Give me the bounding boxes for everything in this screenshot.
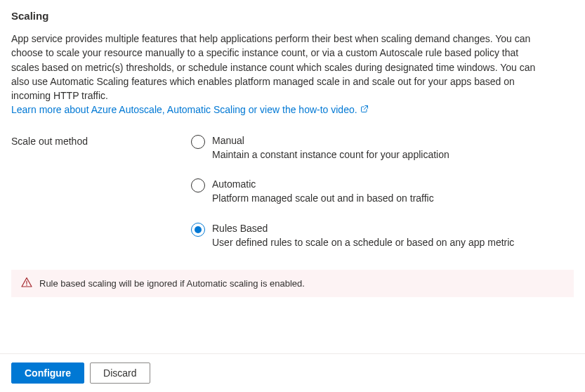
page-title: Scaling xyxy=(11,10,574,22)
svg-point-1 xyxy=(26,285,27,286)
learn-more-link[interactable]: Learn more about Azure Autoscale, Automa… xyxy=(11,103,369,117)
footer-bar: Configure Discard xyxy=(0,353,585,392)
configure-button[interactable]: Configure xyxy=(11,362,84,384)
description-block: App service provides multiple features t… xyxy=(11,32,542,117)
scale-out-method-label: Scale out method xyxy=(11,134,191,147)
radio-option-automatic[interactable]: Automatic Platform managed scale out and… xyxy=(191,178,514,204)
scale-out-method-row: Scale out method Manual Maintain a const… xyxy=(11,134,574,249)
scale-out-radio-group: Manual Maintain a constant instance coun… xyxy=(191,134,514,249)
radio-button-manual[interactable] xyxy=(191,135,205,149)
radio-button-automatic[interactable] xyxy=(191,178,205,192)
description-text: App service provides multiple features t… xyxy=(11,33,535,101)
radio-title-rules-based: Rules Based xyxy=(212,222,514,235)
learn-more-text: Learn more about Azure Autoscale, Automa… xyxy=(11,103,357,117)
radio-button-rules-based[interactable] xyxy=(191,223,205,237)
warning-icon xyxy=(21,277,32,290)
radio-subtitle-automatic: Platform managed scale out and in based … xyxy=(212,192,434,204)
radio-option-rules-based[interactable]: Rules Based User defined rules to scale … xyxy=(191,222,514,249)
radio-title-automatic: Automatic xyxy=(212,178,434,190)
radio-title-manual: Manual xyxy=(212,134,449,147)
radio-option-manual[interactable]: Manual Maintain a constant instance coun… xyxy=(191,134,514,161)
external-link-icon xyxy=(360,103,369,117)
warning-text: Rule based scaling will be ignored if Au… xyxy=(39,278,305,289)
discard-button[interactable]: Discard xyxy=(90,362,150,384)
warning-banner: Rule based scaling will be ignored if Au… xyxy=(11,270,574,297)
radio-subtitle-rules-based: User defined rules to scale on a schedul… xyxy=(212,236,514,249)
radio-subtitle-manual: Maintain a constant instance count for y… xyxy=(212,148,449,161)
